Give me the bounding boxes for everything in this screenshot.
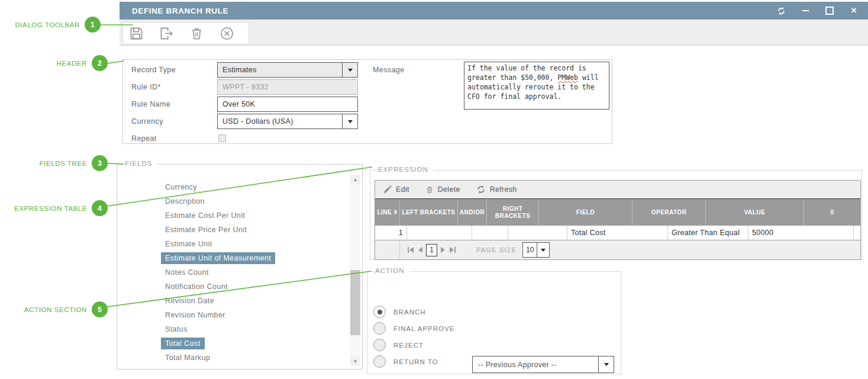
chevron-down-icon[interactable] xyxy=(342,63,357,77)
rule-name-field[interactable]: Over 50K xyxy=(217,97,358,112)
tree-item-revision-number[interactable]: Revision Number xyxy=(161,309,230,321)
cell-right-brackets xyxy=(508,226,567,240)
expression-grid: Edit Delete xyxy=(375,180,861,260)
final-approve-radio[interactable] xyxy=(373,322,386,335)
minimize-icon[interactable] xyxy=(801,6,810,15)
repeat-label: Repeat xyxy=(131,134,157,143)
cell-extra xyxy=(854,226,861,240)
tree-item-notes-count[interactable]: Notes Count xyxy=(161,266,213,278)
return-to-select[interactable]: -- Previous Approver -- xyxy=(472,356,614,373)
maximize-icon[interactable] xyxy=(825,6,834,15)
rule-id-label: Rule ID* xyxy=(131,83,161,91)
annotation-label: FIELDS TREE xyxy=(39,160,87,167)
annotation-dialog-toolbar: DIALOG TOOLBAR 1 xyxy=(0,17,101,33)
column-header-line[interactable]: LINE # xyxy=(375,199,400,226)
cancel-button[interactable] xyxy=(219,25,235,41)
rule-name-label: Rule Name xyxy=(131,100,170,108)
trash-icon xyxy=(425,185,434,194)
tree-item-estimate-price-per-unit[interactable]: Estimate Price Per Unit xyxy=(161,224,251,236)
action-legend: ACTION xyxy=(374,267,409,274)
titlebar-controls: × xyxy=(776,2,859,20)
message-label: Message xyxy=(373,66,405,74)
expression-grid-toolbar: Edit Delete xyxy=(375,181,860,199)
column-header-operator[interactable]: OPERATOR xyxy=(633,199,706,226)
close-icon[interactable]: × xyxy=(849,6,859,15)
page-size-select[interactable]: 10 xyxy=(522,242,550,258)
save-and-exit-button[interactable] xyxy=(159,25,175,41)
tree-item-status[interactable]: Status xyxy=(161,323,192,335)
next-page-icon[interactable] xyxy=(438,245,448,255)
tree-item-description[interactable]: Description xyxy=(161,195,209,207)
currency-label: Currency xyxy=(131,117,163,126)
annotation-number-badge: 4 xyxy=(92,200,108,216)
chevron-down-icon[interactable] xyxy=(537,243,549,257)
refresh-rows-button[interactable]: Refresh xyxy=(476,185,517,194)
trash-icon xyxy=(189,26,204,41)
chevron-down-icon[interactable] xyxy=(342,114,357,129)
tree-item-notification-count[interactable]: Notification Count xyxy=(161,281,232,293)
annotation-label: EXPRESSION TABLE xyxy=(14,205,87,212)
chevron-down-icon[interactable] xyxy=(598,356,614,372)
annotation-fields-tree: FIELDS TREE 3 xyxy=(0,155,108,171)
action-panel: ACTION BRANCH FINAL APPROVE REJECT RETUR… xyxy=(367,271,621,374)
edit-button[interactable]: Edit xyxy=(383,185,409,194)
annotation-expression-table: EXPRESSION TABLE 4 xyxy=(0,200,108,216)
annotation-label: HEADER xyxy=(56,60,87,67)
annotation-label: DIALOG TOOLBAR xyxy=(15,21,80,28)
column-header-left-brackets[interactable]: LEFT BRACKETS xyxy=(400,199,458,226)
scroll-up-icon[interactable]: ▲ xyxy=(350,175,360,184)
annotation-action-section: ACTION SECTION 5 xyxy=(0,301,108,317)
refresh-icon xyxy=(476,185,486,194)
reject-radio[interactable] xyxy=(373,339,386,351)
tree-item-total-cost[interactable]: Total Cost xyxy=(161,338,205,349)
message-textarea[interactable]: If the value of the record is greater th… xyxy=(464,62,609,110)
save-button[interactable] xyxy=(128,25,144,41)
branch-radio[interactable] xyxy=(373,306,386,318)
tree-item-revision-date[interactable]: Revision Date xyxy=(161,295,218,307)
last-page-icon[interactable] xyxy=(448,245,457,255)
tree-item-estimate-unit[interactable]: Estimate Unit xyxy=(161,238,217,250)
annotation-label: ACTION SECTION xyxy=(24,306,87,313)
fields-scrollbar[interactable]: ▲ ▼ xyxy=(350,175,360,366)
delete-row-button[interactable]: Delete xyxy=(425,185,460,194)
tree-item-estimate-cost-per-unit[interactable]: Estimate Cost Per Unit xyxy=(161,210,249,221)
return-to-option: RETURN TO xyxy=(373,356,438,367)
column-header-and-or[interactable]: AND/OR xyxy=(458,199,487,226)
scroll-down-icon[interactable]: ▼ xyxy=(350,356,360,366)
annotation-number-badge: 5 xyxy=(92,301,108,317)
cell-line: 1 xyxy=(375,226,407,240)
cell-left-brackets xyxy=(407,226,472,240)
record-type-label: Record Type xyxy=(131,66,176,74)
expression-legend: EXPRESSION xyxy=(377,166,434,173)
expression-panel: EXPRESSION Edit De xyxy=(370,170,862,260)
annotation-number-badge: 3 xyxy=(92,155,108,171)
delete-button[interactable] xyxy=(189,25,205,41)
column-header-right-brackets[interactable]: RIGHT BRACKETS xyxy=(487,199,539,226)
tree-item-currency[interactable]: Currency xyxy=(161,181,201,193)
dialog-titlebar: DEFINE BRANCH RULE × xyxy=(120,2,868,20)
column-header-extra[interactable]: 0 xyxy=(804,199,860,226)
toolbar-icon-group xyxy=(122,22,249,44)
annotation-header: HEADER 2 xyxy=(0,55,108,71)
column-header-field[interactable]: FIELD xyxy=(539,199,633,226)
cancel-icon xyxy=(219,25,235,41)
tree-item-total-markup[interactable]: Total Markup xyxy=(161,352,214,364)
first-page-icon[interactable] xyxy=(406,245,415,255)
currency-select[interactable]: USD - Dollars (USA) xyxy=(217,114,358,129)
save-icon xyxy=(128,25,144,41)
column-header-value[interactable]: VALUE xyxy=(706,199,804,226)
fields-panel: FIELDS Currency Description Estimate Cos… xyxy=(117,164,363,370)
fields-legend: FIELDS xyxy=(124,160,157,167)
return-to-radio[interactable] xyxy=(373,355,386,368)
record-type-select[interactable]: Estimates xyxy=(217,62,358,78)
scrollbar-track[interactable] xyxy=(350,184,360,356)
scrollbar-thumb[interactable] xyxy=(350,270,360,335)
tree-item-estimate-unit-of-measurement[interactable]: Estimate Unit of Measurement xyxy=(161,252,275,264)
exit-icon xyxy=(159,25,175,41)
pencil-icon xyxy=(383,185,392,194)
repeat-checkbox[interactable] xyxy=(218,134,226,142)
refresh-icon[interactable] xyxy=(776,6,786,15)
table-row[interactable]: 1 Total Cost Greater Than Equal 50000 xyxy=(375,226,860,240)
previous-page-icon[interactable] xyxy=(415,245,425,255)
page-number-input[interactable]: 1 xyxy=(426,244,437,256)
